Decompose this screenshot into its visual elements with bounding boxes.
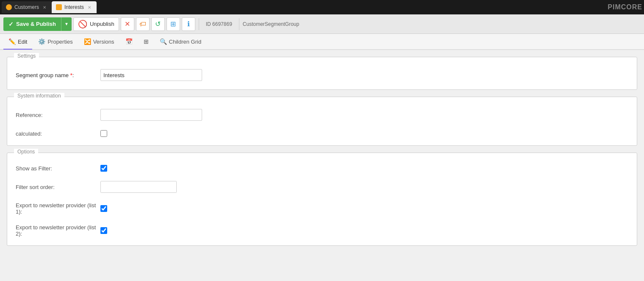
show-as-filter-checkbox[interactable] — [100, 165, 107, 172]
edit-icon: ✏️ — [8, 38, 16, 45]
tag-icon: 🏷 — [139, 20, 146, 28]
save-publish-arrow[interactable]: ▼ — [61, 17, 72, 31]
toolbar-separator-2 — [239, 18, 239, 30]
class-name: CustomerSegmentGroup — [243, 21, 299, 27]
tab-nav-children-grid[interactable]: 🔍 Children Grid — [155, 34, 207, 50]
export-newsletter-1-label: Export to newsletter provider (list 1): — [16, 202, 100, 215]
versions-icon: 🔀 — [84, 38, 91, 45]
filter-sort-order-input[interactable] — [101, 181, 177, 192]
settings-section: Settings Segment group name *: — [7, 57, 637, 90]
tab-nav-versions-label: Versions — [93, 39, 114, 45]
tab-nav-properties[interactable]: ⚙️ Properties — [33, 34, 78, 50]
segment-group-name-label: Segment group name *: — [16, 72, 100, 78]
refresh-icon: ↺ — [155, 20, 161, 28]
unpublish-icon: 🚫 — [78, 19, 87, 29]
delete-icon: ✕ — [125, 20, 130, 28]
tab-customers-label: Customers — [14, 4, 39, 10]
calculated-checkbox[interactable] — [100, 130, 107, 137]
info-button[interactable]: ℹ — [182, 17, 195, 31]
system-information-title: System information — [14, 93, 64, 99]
filter-sort-order-row: Filter sort order: ▲ ▼ — [16, 178, 628, 193]
tab-interests-close[interactable]: ✕ — [86, 4, 92, 10]
system-information-section: System information Reference: calculated… — [7, 97, 637, 146]
tag-button[interactable]: 🏷 — [136, 17, 150, 31]
options-title: Options — [14, 149, 38, 155]
columns-icon: ⊞ — [170, 20, 176, 28]
chevron-down-icon: ▼ — [64, 22, 69, 26]
unpublish-button[interactable]: 🚫 Unpublish — [73, 17, 119, 31]
tab-nav-edit-label: Edit — [18, 39, 27, 45]
tab-nav-properties-label: Properties — [47, 39, 72, 45]
unpublish-label: Unpublish — [90, 21, 114, 27]
reference-input[interactable] — [100, 109, 202, 121]
columns-button[interactable]: ⊞ — [167, 17, 180, 31]
save-publish-main[interactable]: ✓ Save & Publish — [3, 17, 61, 31]
properties-icon: ⚙️ — [38, 38, 45, 45]
save-publish-label: Save & Publish — [16, 21, 56, 27]
content-area: Settings Segment group name *: System in… — [0, 50, 644, 259]
segment-group-name-row: Segment group name *: — [16, 66, 628, 81]
filter-sort-order-spinner[interactable]: ▲ ▼ — [100, 181, 177, 193]
export-newsletter-2-checkbox[interactable] — [100, 227, 107, 234]
export-newsletter-1-row: Export to newsletter provider (list 1): — [16, 199, 628, 215]
toolbar: ✓ Save & Publish ▼ 🚫 Unpublish ✕ 🏷 ↺ ⊞ ℹ… — [0, 14, 644, 34]
export-newsletter-1-checkbox[interactable] — [100, 205, 107, 212]
tab-nav-grid[interactable]: ⊞ — [139, 34, 154, 50]
info-icon: ℹ — [187, 20, 190, 28]
tab-bar: Customers ✕ Interests ✕ PIMCORE — [0, 0, 644, 14]
segment-group-name-input[interactable] — [100, 69, 202, 81]
grid-icon: ⊞ — [144, 38, 149, 45]
delete-button[interactable]: ✕ — [121, 17, 134, 31]
check-icon: ✓ — [8, 21, 14, 28]
tab-interests[interactable]: Interests ✕ — [52, 1, 97, 13]
tab-navigation: ✏️ Edit ⚙️ Properties 🔀 Versions 📅 ⊞ 🔍 C… — [0, 34, 644, 50]
settings-title: Settings — [14, 53, 39, 59]
calculated-label: calculated: — [16, 131, 100, 137]
calendar-icon: 📅 — [125, 38, 133, 45]
calculated-row: calculated: — [16, 127, 628, 137]
show-as-filter-label: Show as Filter: — [16, 165, 100, 172]
object-id: ID 6697869 — [203, 21, 236, 27]
reference-row: Reference: — [16, 106, 628, 121]
tab-nav-versions[interactable]: 🔀 Versions — [79, 34, 119, 50]
tab-nav-calendar[interactable]: 📅 — [120, 34, 138, 50]
tab-customers[interactable]: Customers ✕ — [2, 1, 52, 13]
reference-label: Reference: — [16, 112, 100, 118]
save-publish-button[interactable]: ✓ Save & Publish ▼ — [3, 17, 72, 31]
export-newsletter-2-row: Export to newsletter provider (list 2): — [16, 221, 628, 237]
export-newsletter-2-label: Export to newsletter provider (list 2): — [16, 224, 100, 237]
show-as-filter-row: Show as Filter: — [16, 161, 628, 172]
tab-nav-children-label: Children Grid — [169, 39, 202, 45]
customers-icon — [6, 4, 12, 10]
children-grid-icon: 🔍 — [160, 38, 167, 45]
options-section: Options Show as Filter: Filter sort orde… — [7, 153, 637, 246]
filter-sort-order-label: Filter sort order: — [16, 184, 100, 190]
tab-interests-label: Interests — [64, 4, 84, 10]
refresh-button[interactable]: ↺ — [151, 17, 165, 31]
interests-icon — [56, 4, 62, 10]
toolbar-separator — [199, 18, 199, 30]
required-star: * — [70, 72, 72, 78]
tab-customers-close[interactable]: ✕ — [42, 4, 47, 10]
tab-nav-edit[interactable]: ✏️ Edit — [3, 34, 32, 50]
pimcore-logo: PIMCORE — [608, 3, 642, 11]
